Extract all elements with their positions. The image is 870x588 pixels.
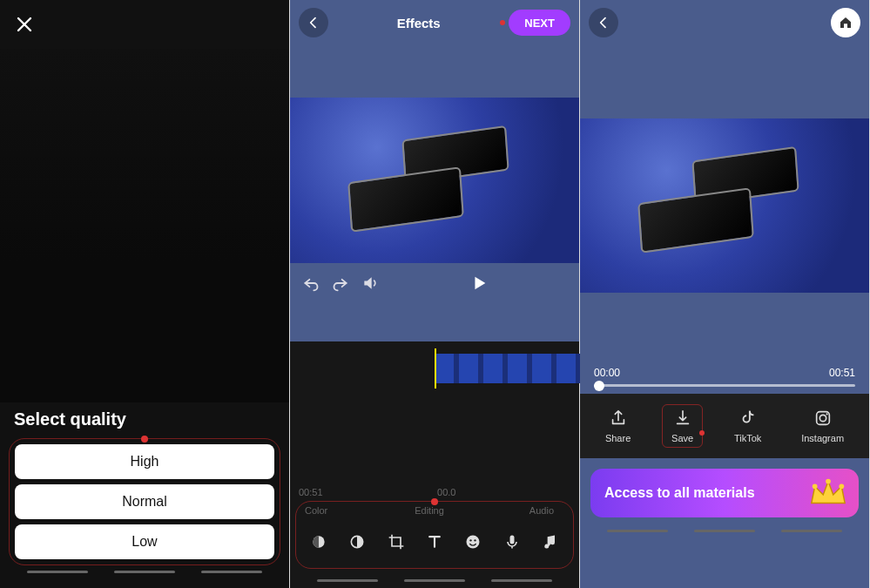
timeline[interactable] bbox=[290, 341, 579, 395]
back-icon[interactable] bbox=[589, 8, 618, 37]
effects-panel: Effects NEXT bbox=[290, 0, 580, 588]
next-button-label: NEXT bbox=[524, 17, 555, 30]
brightness-icon[interactable] bbox=[307, 530, 331, 554]
highlight-dot-icon bbox=[431, 498, 438, 505]
svg-point-7 bbox=[819, 415, 826, 421]
save-label: Save bbox=[671, 433, 693, 443]
svg-point-10 bbox=[826, 479, 831, 484]
svg-point-9 bbox=[813, 483, 818, 489]
undo-icon[interactable] bbox=[302, 274, 320, 292]
volume-icon[interactable] bbox=[361, 274, 379, 292]
share-preview: 00:00 00:51 bbox=[580, 45, 869, 394]
materials-banner[interactable]: Access to all materials bbox=[590, 469, 859, 517]
video-preview bbox=[290, 45, 579, 341]
close-icon[interactable] bbox=[12, 12, 37, 37]
video-frame bbox=[580, 118, 869, 293]
share-panel: 00:00 00:51 Share Save TikTok Instagram bbox=[580, 0, 870, 588]
svg-point-11 bbox=[839, 483, 844, 489]
effects-toolbar: Color Editing Audio bbox=[295, 501, 574, 569]
tool-group-color: Color bbox=[305, 505, 372, 516]
timeline-area: 00:51 00.0 Color Editing Audio bbox=[290, 341, 579, 588]
effects-header: Effects NEXT bbox=[290, 0, 579, 45]
text-icon[interactable] bbox=[422, 530, 447, 554]
quality-title: Select quality bbox=[9, 402, 280, 438]
highlight-dot-icon bbox=[141, 436, 148, 443]
mic-icon[interactable] bbox=[500, 530, 524, 554]
seek-bar[interactable] bbox=[594, 384, 855, 387]
tiktok-label: TikTok bbox=[734, 433, 761, 443]
banner-text: Access to all materials bbox=[604, 485, 755, 501]
svg-point-2 bbox=[467, 536, 480, 549]
highlight-dot-icon bbox=[699, 430, 705, 436]
svg-point-8 bbox=[826, 413, 827, 415]
save-button[interactable]: Save bbox=[662, 404, 703, 448]
quality-sheet: Select quality High Normal Low bbox=[0, 402, 289, 588]
instagram-button[interactable]: Instagram bbox=[792, 405, 853, 447]
android-navbar bbox=[9, 571, 280, 579]
share-button[interactable]: Share bbox=[597, 405, 639, 447]
crown-icon bbox=[808, 477, 848, 509]
contrast-icon[interactable] bbox=[345, 530, 369, 554]
seek-time-end: 00:51 bbox=[829, 367, 855, 379]
music-icon[interactable] bbox=[538, 530, 563, 554]
instagram-label: Instagram bbox=[801, 433, 844, 443]
share-row: Share Save TikTok Instagram bbox=[580, 394, 869, 458]
video-frame bbox=[290, 98, 579, 263]
quality-options-group: High Normal Low bbox=[9, 438, 280, 565]
android-navbar bbox=[290, 579, 579, 588]
emoji-icon[interactable] bbox=[461, 530, 485, 554]
effects-title: Effects bbox=[397, 16, 441, 30]
svg-rect-5 bbox=[509, 536, 514, 544]
quality-panel: Select quality High Normal Low bbox=[0, 0, 290, 588]
timeline-time-left: 00:51 bbox=[299, 487, 323, 497]
seek-time-start: 00:00 bbox=[594, 367, 620, 379]
media-controls bbox=[290, 263, 579, 303]
android-navbar bbox=[580, 530, 869, 538]
back-icon[interactable] bbox=[299, 8, 328, 37]
clip-strip[interactable] bbox=[435, 354, 583, 383]
share-label: Share bbox=[605, 433, 631, 443]
quality-header bbox=[0, 0, 289, 49]
quality-option-low[interactable]: Low bbox=[15, 524, 274, 559]
play-icon[interactable] bbox=[469, 274, 489, 293]
home-icon[interactable] bbox=[831, 8, 860, 37]
share-header bbox=[580, 0, 869, 45]
timeline-time-right: 00.0 bbox=[437, 487, 455, 497]
tool-group-editing: Editing bbox=[372, 505, 486, 516]
timeline-labels: 00:51 00.0 bbox=[290, 487, 579, 497]
quality-option-normal[interactable]: Normal bbox=[15, 484, 274, 519]
quality-option-high[interactable]: High bbox=[15, 444, 274, 479]
quality-background bbox=[0, 49, 289, 402]
redo-icon[interactable] bbox=[332, 274, 349, 292]
playhead[interactable] bbox=[435, 348, 436, 389]
tiktok-button[interactable]: TikTok bbox=[725, 405, 770, 447]
tool-group-audio: Audio bbox=[487, 505, 564, 516]
seek-bar-area: 00:00 00:51 bbox=[580, 367, 869, 394]
highlight-dot-icon bbox=[500, 20, 505, 25]
next-button[interactable]: NEXT bbox=[509, 10, 570, 36]
svg-point-4 bbox=[475, 539, 476, 541]
seek-thumb[interactable] bbox=[594, 381, 604, 391]
svg-point-3 bbox=[470, 539, 472, 541]
crop-icon[interactable] bbox=[384, 530, 408, 554]
